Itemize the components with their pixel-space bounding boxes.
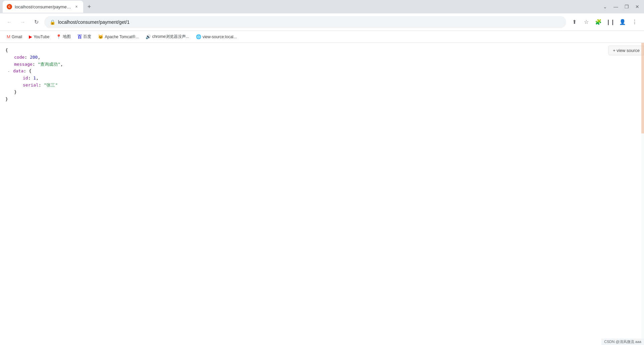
- extensions-button[interactable]: 🧩: [593, 17, 604, 27]
- maximize-button[interactable]: ❐: [623, 3, 631, 11]
- close-window-button[interactable]: ✕: [633, 3, 641, 11]
- ditu-icon: 📍: [56, 34, 61, 39]
- navigation-bar: ← → ↻ 🔒 localhost/consumer/payment/get/1…: [0, 13, 644, 31]
- view-source-icon: 🌐: [196, 34, 201, 39]
- json-code-line: code: 200,: [14, 54, 639, 61]
- tab-bar: C localhost/consumer/payment/ × + ⌄ — ❐ …: [0, 0, 644, 13]
- bookmark-chrome-audio-label: chrome浏览器没声...: [152, 34, 189, 40]
- json-code-key: code: [14, 55, 24, 60]
- bookmark-gmail[interactable]: M Gmail: [4, 33, 25, 41]
- active-tab[interactable]: C localhost/consumer/payment/ ×: [3, 1, 83, 13]
- bookmark-ditu-label: 地图: [63, 34, 71, 40]
- forward-button[interactable]: →: [17, 17, 28, 27]
- bookmark-gmail-label: Gmail: [12, 35, 22, 39]
- bookmark-button[interactable]: ☆: [581, 17, 592, 27]
- tomcat-icon: 🐱: [98, 34, 103, 39]
- share-button[interactable]: ⬆: [569, 17, 580, 27]
- lock-icon: 🔒: [50, 19, 55, 25]
- address-text: localhost/consumer/payment/get/1: [58, 19, 561, 25]
- new-tab-button[interactable]: +: [85, 2, 94, 11]
- json-id-line: id: 1,: [23, 75, 639, 82]
- bookmark-chrome-audio[interactable]: 🔊 chrome浏览器没声...: [143, 33, 192, 41]
- bookmark-tomcat[interactable]: 🐱 Apache Tomcat®...: [95, 33, 141, 41]
- nav-actions: ⬆ ☆ 🧩 ❙❙ 👤 ⋮: [569, 17, 640, 27]
- json-root-open: {: [5, 47, 639, 54]
- bookmark-baidu-label: 百度: [83, 34, 91, 40]
- json-id-value: 1: [33, 75, 36, 80]
- reload-button[interactable]: ↻: [31, 17, 42, 27]
- status-bar: CSDN @清风微流 aaa: [601, 339, 644, 345]
- tab-close-button[interactable]: ×: [74, 4, 79, 9]
- json-root-close: }: [5, 96, 639, 103]
- bookmark-tomcat-label: Apache Tomcat®...: [105, 35, 139, 39]
- tab-title: localhost/consumer/payment/: [15, 4, 71, 9]
- json-data-line: - data: {: [8, 68, 639, 75]
- bookmarks-bar: M Gmail ▶ YouTube 📍 地图 百 百度 🐱 Apache Tom…: [0, 31, 644, 43]
- youtube-icon: ▶: [29, 34, 32, 39]
- json-collapse-icon[interactable]: -: [8, 69, 10, 73]
- json-response: { code: 200, message: "查询成功", - data: { …: [0, 43, 644, 107]
- minimize-button[interactable]: —: [612, 3, 620, 11]
- gmail-icon: M: [7, 34, 10, 39]
- json-serial-key: serial: [23, 82, 39, 88]
- scrollbar[interactable]: [641, 43, 644, 345]
- profile-button[interactable]: 👤: [617, 17, 628, 27]
- json-data-close: }: [14, 89, 639, 96]
- json-message-value: "查询成功": [38, 62, 60, 67]
- tab-favicon: C: [7, 4, 12, 9]
- collapse-button[interactable]: ⌄: [601, 3, 609, 11]
- json-id-key: id: [23, 75, 28, 80]
- json-serial-value: "张三": [44, 82, 58, 88]
- status-text: CSDN @清风微流 aaa: [604, 340, 641, 344]
- json-message-line: message: "查询成功",: [14, 61, 639, 68]
- bookmark-view-source[interactable]: 🌐 view-source:local...: [193, 33, 239, 41]
- bookmark-ditu[interactable]: 📍 地图: [53, 33, 73, 41]
- sidebar-button[interactable]: ❙❙: [605, 17, 616, 27]
- json-data-key: data: [13, 68, 23, 73]
- view-source-button[interactable]: + view source: [608, 46, 644, 55]
- bookmark-baidu[interactable]: 百 百度: [75, 33, 94, 41]
- back-button[interactable]: ←: [4, 17, 15, 27]
- json-code-value: 200: [30, 55, 38, 60]
- content-area: + view source { code: 200, message: "查询成…: [0, 43, 644, 345]
- view-source-button-label: + view source: [613, 48, 640, 53]
- menu-button[interactable]: ⋮: [629, 17, 640, 27]
- chrome-audio-icon: 🔊: [146, 34, 151, 39]
- bookmark-youtube[interactable]: ▶ YouTube: [26, 33, 52, 41]
- json-message-key: message: [14, 62, 33, 67]
- bookmark-youtube-label: YouTube: [34, 35, 49, 39]
- baidu-icon: 百: [77, 34, 82, 40]
- window-controls: ⌄ — ❐ ✕: [601, 3, 641, 11]
- json-serial-line: serial: "张三": [23, 82, 639, 89]
- address-bar[interactable]: 🔒 localhost/consumer/payment/get/1: [44, 16, 566, 28]
- bookmark-view-source-label: view-source:local...: [203, 35, 237, 39]
